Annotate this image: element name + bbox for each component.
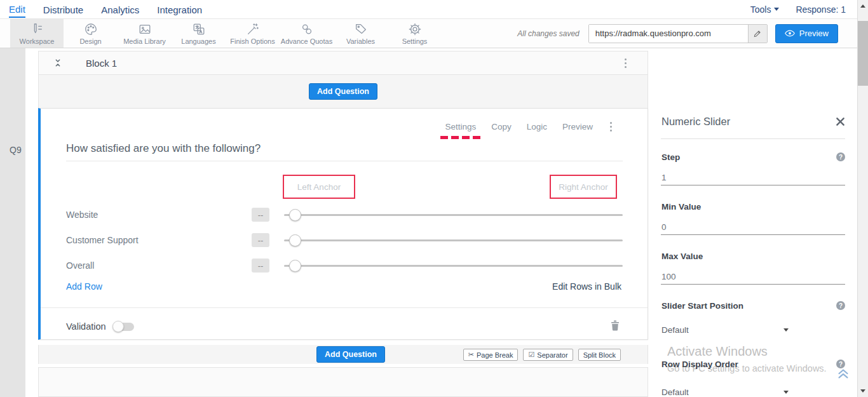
nav-tab-distribute[interactable]: Distribute: [43, 2, 83, 17]
numeric-slider[interactable]: [284, 208, 623, 221]
question-number: Q9: [10, 145, 22, 155]
languages-icon: [192, 22, 206, 36]
toolbar-tab-media-library[interactable]: Media Library: [118, 19, 172, 48]
edit-url-button[interactable]: [748, 25, 767, 43]
survey-canvas: Block 1 Add Question Settings Copy Logic…: [38, 51, 648, 397]
question-logic-link[interactable]: Logic: [527, 122, 547, 131]
question-settings-panel: Activate Windows Go to PC settings to ac…: [661, 48, 846, 397]
left-anchor-input[interactable]: Left Anchor: [283, 175, 355, 199]
row-label[interactable]: Overall: [66, 260, 252, 271]
toolbar-tab-label: Settings: [402, 37, 428, 45]
double-chevron-up-icon: [836, 366, 850, 381]
row-value-badge: --: [252, 208, 269, 222]
close-panel-button[interactable]: [836, 117, 845, 129]
slider-start-position-help-icon[interactable]: ?: [836, 301, 845, 310]
slider-row: Customer Support --: [41, 227, 648, 253]
delete-question-button[interactable]: [611, 320, 620, 333]
edit-rows-in-bulk-link[interactable]: Edit Rows in Bulk: [552, 281, 621, 292]
page-break-button[interactable]: ✂ Page Break: [463, 349, 519, 361]
numeric-slider[interactable]: [284, 234, 623, 246]
row-value-badge: --: [252, 259, 269, 273]
trash-icon: [611, 320, 620, 331]
question-toolbar: Settings Copy Logic Preview: [445, 120, 648, 133]
block-footer: Add Question ✂ Page Break ☑ Separator Sp…: [38, 345, 648, 364]
tools-label: Tools: [750, 4, 771, 15]
chevron-down-icon: [774, 8, 779, 11]
slider-handle[interactable]: [289, 209, 301, 221]
toolbar-tab-label: Variables: [346, 37, 375, 45]
block-title[interactable]: Block 1: [86, 58, 117, 69]
question-copy-link[interactable]: Copy: [491, 122, 512, 131]
questionpro-editor: Edit Distribute Analytics Integration To…: [0, 0, 868, 397]
row-label[interactable]: Website: [66, 210, 252, 220]
split-block-button[interactable]: Split Block: [578, 349, 621, 361]
numeric-slider[interactable]: [284, 259, 623, 272]
tools-dropdown[interactable]: Tools: [750, 4, 780, 15]
row-value-badge: --: [252, 233, 269, 247]
collapse-block-icon[interactable]: [53, 57, 63, 69]
block-footer-tools: ✂ Page Break ☑ Separator Split Block: [463, 349, 621, 361]
scrollbar-down-arrow-icon[interactable]: [860, 389, 865, 393]
survey-url-input[interactable]: https://radmak.questionpro.com: [589, 25, 748, 43]
question-title[interactable]: How satisfied are you with the following…: [66, 142, 261, 155]
top-nav: Edit Distribute Analytics Integration To…: [0, 0, 857, 19]
question-settings-link[interactable]: Settings: [445, 122, 476, 131]
separator-button[interactable]: ☑ Separator: [523, 349, 573, 361]
preview-button[interactable]: Preview: [775, 24, 838, 43]
toolbar-tab-advance-quotas[interactable]: Advance Quotas: [280, 19, 334, 48]
scissors-icon: ✂: [468, 351, 474, 359]
left-gutter: [0, 48, 25, 397]
min-value-label: Min Value: [661, 202, 701, 212]
app-toolbar: Workspace Design Media Library: [0, 19, 857, 48]
preview-label: Preview: [799, 29, 829, 38]
right-anchor-input[interactable]: Right Anchor: [550, 175, 617, 199]
step-help-icon[interactable]: ?: [836, 152, 845, 161]
question-menu-kebab-icon[interactable]: [608, 120, 614, 133]
toolbar-tab-languages[interactable]: Languages: [172, 19, 226, 48]
slider-handle[interactable]: [289, 234, 301, 246]
add-question-button[interactable]: Add Question: [309, 83, 377, 100]
vertical-scrollbar[interactable]: [857, 0, 868, 397]
nav-left: Edit Distribute Analytics Integration: [0, 1, 202, 18]
validation-row: Validation: [66, 316, 620, 337]
scrollbar-thumb[interactable]: [858, 21, 868, 86]
max-value-input[interactable]: 100: [661, 272, 845, 285]
toolbar-tab-workspace[interactable]: Workspace: [10, 19, 64, 48]
step-label: Step: [661, 152, 680, 162]
add-row-link[interactable]: Add Row: [66, 281, 102, 292]
step-input[interactable]: 1: [661, 173, 845, 185]
nav-tab-edit[interactable]: Edit: [9, 1, 25, 18]
scrollbar-up-arrow-icon[interactable]: [860, 4, 865, 8]
workspace-icon: [30, 22, 44, 36]
toolbar-right: All changes saved https://radmak.questio…: [517, 19, 857, 48]
scroll-to-top-button[interactable]: [836, 366, 850, 384]
row-actions: Add Row Edit Rows in Bulk: [66, 281, 621, 292]
add-question-button-bottom[interactable]: Add Question: [316, 346, 385, 363]
validation-toggle[interactable]: [114, 323, 134, 331]
response-count-link[interactable]: Response: 1: [796, 4, 846, 15]
split-block-label: Split Block: [583, 351, 616, 359]
slider-start-position-select[interactable]: Default: [661, 323, 794, 337]
block-menu-kebab-icon[interactable]: [623, 57, 628, 70]
toolbar-tab-finish-options[interactable]: Finish Options: [226, 19, 280, 48]
toolbar-tab-settings[interactable]: Settings: [388, 19, 442, 48]
slider-row: Overall --: [41, 253, 648, 278]
nav-tab-integration[interactable]: Integration: [157, 2, 202, 17]
toolbar-tab-label: Design: [79, 37, 101, 45]
block-header: Block 1: [38, 51, 648, 75]
row-display-order-select[interactable]: Default: [661, 385, 794, 397]
nav-tab-analytics[interactable]: Analytics: [101, 2, 139, 17]
toolbar-tab-design[interactable]: Design: [64, 19, 118, 48]
next-block-area: [38, 367, 648, 397]
settings-icon: [408, 22, 422, 36]
slider-row: Website --: [41, 202, 648, 227]
slider-handle[interactable]: [289, 260, 301, 272]
chevron-down-icon: [783, 391, 789, 394]
media-library-icon: [138, 22, 152, 36]
save-status: All changes saved: [517, 29, 579, 38]
min-value-input[interactable]: 0: [661, 222, 845, 235]
question-preview-link[interactable]: Preview: [562, 122, 593, 131]
checkbox-icon: ☑: [528, 351, 534, 359]
toolbar-tab-variables[interactable]: Variables: [334, 19, 388, 48]
row-label[interactable]: Customer Support: [66, 235, 252, 245]
